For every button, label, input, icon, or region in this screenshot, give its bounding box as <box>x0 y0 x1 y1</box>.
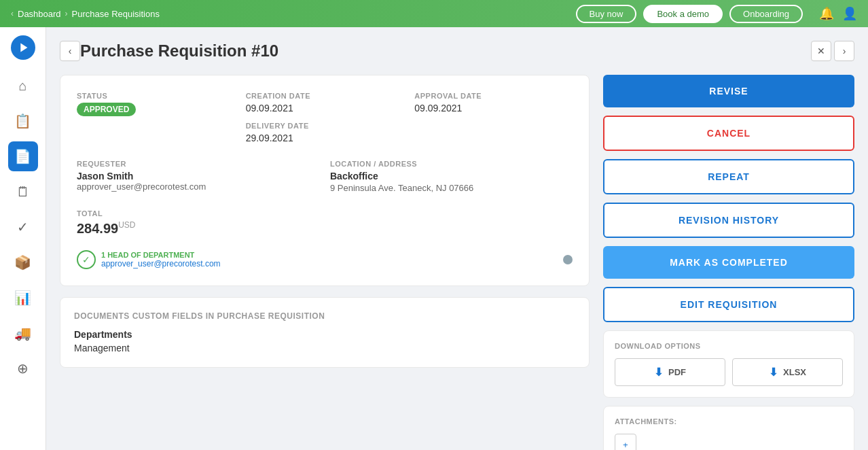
total-currency: USD <box>118 220 135 230</box>
page-title: Purchase Requisition #10 <box>80 41 811 60</box>
total-label: TOTAL <box>77 209 573 218</box>
sidebar-item-invoices[interactable]: 🗒 <box>8 177 38 207</box>
page-header: ‹ Purchase Requisition #10 ✕ › <box>60 41 854 61</box>
close-button[interactable]: ✕ <box>811 41 831 61</box>
requester-label: REQUESTER <box>77 160 319 168</box>
edit-requisition-button[interactable]: EDIT REQUISITION <box>603 287 854 322</box>
approval-row: ✓ 1 HEAD OF DEPARTMENT approver_user@pre… <box>77 250 573 269</box>
approval-date-label: APPROVAL DATE <box>414 92 573 100</box>
attachments-card: ATTACHMENTS: + <box>603 406 854 450</box>
nav-buttons: Buy now Book a demo Onboarding <box>576 5 803 23</box>
creation-date-label: CREATION DATE <box>246 92 404 100</box>
sidebar-item-delivery[interactable]: 🚚 <box>8 318 38 348</box>
breadcrumb-sep: › <box>65 9 68 18</box>
buy-now-button[interactable]: Buy now <box>576 5 637 23</box>
breadcrumb-dashboard[interactable]: Dashboard <box>18 9 61 19</box>
content-area: ‹ Purchase Requisition #10 ✕ › STATUS AP… <box>46 27 868 450</box>
documents-field-label: Departments <box>74 329 575 340</box>
location-label: LOCATION / ADDRESS <box>330 160 573 168</box>
user-avatar-icon[interactable]: 👤 <box>842 6 857 21</box>
right-column: REVISE CANCEL REPEAT REVISION HISTORY MA… <box>603 75 854 450</box>
requester-name: Jason Smith <box>77 171 319 181</box>
documents-field-value: Management <box>74 343 575 353</box>
sidebar-item-reports[interactable]: 📊 <box>8 283 38 313</box>
approval-date-value: 09.09.2021 <box>414 103 573 114</box>
sidebar-item-purchase-orders[interactable]: 📄 <box>8 141 38 171</box>
creation-date-value: 09.09.2021 <box>246 103 404 114</box>
page-nav-buttons: ✕ › <box>811 41 854 61</box>
repeat-button[interactable]: REPEAT <box>603 159 854 194</box>
approver-email-link[interactable]: approver_user@precorotest.com <box>101 259 221 269</box>
download-buttons: ⬇ PDF ⬇ XLSX <box>615 358 843 386</box>
notifications-icon[interactable]: 🔔 <box>819 6 834 21</box>
back-button[interactable]: ‹ <box>60 41 80 61</box>
revise-button[interactable]: REVISE <box>603 75 854 107</box>
onboarding-button[interactable]: Onboarding <box>729 5 803 23</box>
total-section: TOTAL 284.99USD <box>77 209 573 237</box>
download-pdf-icon: ⬇ <box>654 366 663 379</box>
sidebar-item-requisitions[interactable]: 📋 <box>8 106 38 136</box>
sidebar-item-approvals[interactable]: ✓ <box>8 212 38 242</box>
revision-history-button[interactable]: REVISION HISTORY <box>603 203 854 238</box>
sidebar: ⌂ 📋 📄 🗒 ✓ 📦 📊 🚚 ⊕ <box>0 27 46 450</box>
info-grid: STATUS APPROVED CREATION DATE 09.09.2021… <box>77 92 573 143</box>
approval-check-icon: ✓ <box>77 250 96 269</box>
download-pdf-label: PDF <box>668 367 686 377</box>
add-attachment-button[interactable]: + <box>615 434 636 450</box>
creation-date-section: CREATION DATE 09.09.2021 DELIVERY DATE 2… <box>246 92 404 143</box>
status-label: STATUS <box>77 92 235 100</box>
requester-email: approver_user@precorotest.com <box>77 181 319 192</box>
download-options-card: DOWNLOAD OPTIONS ⬇ PDF ⬇ XLSX <box>603 330 854 398</box>
delivery-date-label: DELIVERY DATE <box>246 122 404 130</box>
book-demo-button[interactable]: Book a demo <box>643 5 723 23</box>
breadcrumb: ‹ Dashboard › Purchase Requisitions <box>11 9 568 19</box>
two-column-layout: STATUS APPROVED CREATION DATE 09.09.2021… <box>60 75 854 450</box>
attachments-label: ATTACHMENTS: <box>615 417 843 426</box>
mark-as-completed-button[interactable]: MARK AS COMPLETED <box>603 246 854 279</box>
approval-date-section: APPROVAL DATE 09.09.2021 <box>414 92 573 143</box>
documents-card-title: DOCUMENTS CUSTOM FIELDS IN PURCHASE REQU… <box>74 311 575 321</box>
sidebar-item-home[interactable]: ⌂ <box>8 71 38 101</box>
documents-card: DOCUMENTS CUSTOM FIELDS IN PURCHASE REQU… <box>60 297 590 368</box>
requester-location-section: REQUESTER Jason Smith approver_user@prec… <box>77 160 573 193</box>
location-name: Backoffice <box>330 171 573 181</box>
chevron-left-icon: ‹ <box>11 9 14 18</box>
svg-marker-0 <box>20 44 27 52</box>
download-pdf-button[interactable]: ⬇ PDF <box>615 358 725 386</box>
status-badge: APPROVED <box>77 103 136 116</box>
delivery-date-value: 29.09.2021 <box>246 133 404 143</box>
breadcrumb-purchase-requisitions[interactable]: Purchase Requisitions <box>72 9 160 19</box>
sidebar-item-integrations[interactable]: ⊕ <box>8 353 38 383</box>
requester-section: REQUESTER Jason Smith approver_user@prec… <box>77 160 319 193</box>
total-value: 284.99USD <box>77 220 573 237</box>
next-button[interactable]: › <box>834 41 854 61</box>
approval-count-label: 1 HEAD OF DEPARTMENT <box>101 251 221 259</box>
status-section: STATUS APPROVED <box>77 92 235 143</box>
app-logo[interactable] <box>11 35 35 60</box>
approval-info: 1 HEAD OF DEPARTMENT approver_user@preco… <box>101 251 221 269</box>
download-options-label: DOWNLOAD OPTIONS <box>615 342 843 350</box>
main-info-card: STATUS APPROVED CREATION DATE 09.09.2021… <box>60 75 590 286</box>
main-layout: ⌂ 📋 📄 🗒 ✓ 📦 📊 🚚 ⊕ ‹ Purchase Requisition… <box>0 27 868 450</box>
cancel-button[interactable]: CANCEL <box>603 116 854 151</box>
left-column: STATUS APPROVED CREATION DATE 09.09.2021… <box>60 75 590 450</box>
top-navigation: ‹ Dashboard › Purchase Requisitions Buy … <box>0 0 868 27</box>
nav-icons: 🔔 👤 <box>819 6 857 21</box>
download-xlsx-button[interactable]: ⬇ XLSX <box>732 358 843 386</box>
approval-status-dot <box>563 255 573 264</box>
location-section: LOCATION / ADDRESS Backoffice 9 Peninsul… <box>330 160 573 193</box>
sidebar-item-catalog[interactable]: 📦 <box>8 247 38 277</box>
location-address: 9 Peninsula Ave. Teaneck, NJ 07666 <box>330 183 573 193</box>
download-xlsx-icon: ⬇ <box>769 366 778 379</box>
download-xlsx-label: XLSX <box>783 367 806 377</box>
